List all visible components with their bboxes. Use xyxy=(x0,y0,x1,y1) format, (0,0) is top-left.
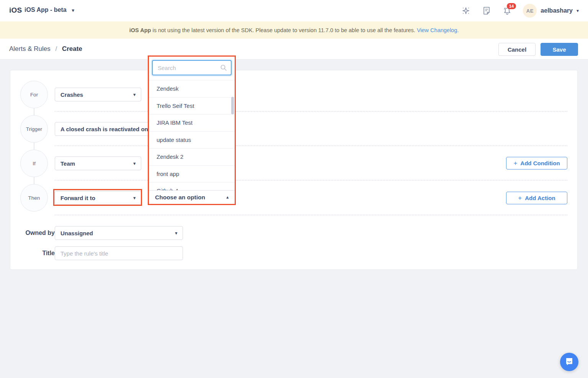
separator-dotted xyxy=(55,145,567,146)
app-logo: iOS xyxy=(9,6,22,15)
dropdown-search-input[interactable] xyxy=(158,65,219,71)
dropdown-scrollbar-thumb[interactable] xyxy=(231,97,234,114)
then-select[interactable]: Forward it to ▾ xyxy=(55,191,141,205)
owned-by-label: Owned by xyxy=(16,230,55,236)
dropdown-option[interactable]: Zendesk xyxy=(149,80,235,98)
dropdown-option[interactable]: Github 4 xyxy=(149,182,235,190)
choose-option-select[interactable]: Choose an option ▴ xyxy=(149,190,235,204)
separator-dotted xyxy=(55,180,567,181)
breadcrumb-divider: / xyxy=(55,45,57,52)
chevron-down-icon: ▾ xyxy=(72,8,74,13)
step-label-for: For xyxy=(30,92,38,98)
user-menu[interactable]: AE aelbashary ▾ xyxy=(523,4,579,18)
dropdown-options-list: ZendeskTrello Seif TestJIRA IBM Testupda… xyxy=(149,80,235,190)
add-condition-label: Add Condition xyxy=(520,160,560,166)
sdk-update-banner: iOS App is not using the latest version … xyxy=(0,21,588,39)
avatar: AE xyxy=(523,4,537,18)
add-condition-button[interactable]: + Add Condition xyxy=(506,157,567,169)
chevron-down-icon: ▾ xyxy=(577,8,579,13)
breadcrumb: Alerts & Rules / Create xyxy=(9,45,82,53)
add-action-button[interactable]: + Add Action xyxy=(506,192,567,204)
breadcrumb-section[interactable]: Alerts & Rules xyxy=(9,45,51,52)
step-label-if: If xyxy=(33,161,36,166)
forward-options-dropdown-panel: ZendeskTrello Seif TestJIRA IBM Testupda… xyxy=(148,55,236,205)
rule-title-input[interactable] xyxy=(55,246,183,260)
page-header: Alerts & Rules / Create Cancel Save xyxy=(0,39,588,60)
save-button[interactable]: Save xyxy=(541,43,578,56)
view-changelog-link[interactable]: View Changelog. xyxy=(417,27,459,33)
nav-icon-group: 14 AE aelbashary ▾ xyxy=(461,0,579,21)
step-connector xyxy=(34,108,34,115)
owned-by-select[interactable]: Unassigned ▾ xyxy=(55,226,183,240)
release-notes-document-icon[interactable] xyxy=(482,6,492,16)
chat-launcher-button[interactable] xyxy=(560,353,578,371)
dropdown-option[interactable]: front app xyxy=(149,166,235,183)
chevron-down-icon: ▾ xyxy=(133,92,136,97)
content-area: For Crashes ▾ Trigger A closed crash is … xyxy=(0,60,588,378)
breadcrumb-page-title: Create xyxy=(62,45,82,52)
dropdown-option[interactable]: JIRA IBM Test xyxy=(149,114,235,132)
app-selector-label: iOS App - beta xyxy=(24,7,67,13)
step-circle-then: Then xyxy=(20,184,48,212)
step-connector xyxy=(34,177,34,184)
plus-icon: + xyxy=(518,194,522,202)
chevron-down-icon: ▾ xyxy=(133,161,136,166)
chevron-down-icon: ▾ xyxy=(133,196,136,200)
dropdown-option[interactable]: Zendesk 2 xyxy=(149,148,235,166)
title-label: Title xyxy=(16,250,55,257)
banner-message: is not using the latest version of the S… xyxy=(152,27,415,33)
if-select[interactable]: Team ▾ xyxy=(55,156,141,170)
app-selector-dropdown[interactable]: iOS App - beta▾ xyxy=(24,7,74,13)
separator-dotted xyxy=(55,111,567,112)
chat-bubble-icon xyxy=(565,357,574,367)
for-select-value: Crashes xyxy=(60,91,83,98)
search-icon xyxy=(220,64,227,71)
add-action-label: Add Action xyxy=(525,195,555,201)
choose-option-value: Choose an option xyxy=(155,194,205,201)
username-label: aelbashary xyxy=(541,7,573,14)
notification-count-badge: 14 xyxy=(507,3,516,9)
step-circle-trigger: Trigger xyxy=(20,115,48,143)
whats-new-sparkle-icon[interactable] xyxy=(461,6,471,16)
then-select-value: Forward it to xyxy=(60,195,95,201)
chevron-down-icon: ▾ xyxy=(175,231,177,236)
rule-builder-card: For Crashes ▾ Trigger A closed crash is … xyxy=(10,70,578,270)
plus-icon: + xyxy=(513,160,517,167)
trigger-select-value: A closed crash is reactivated on a xyxy=(60,126,153,132)
step-circle-for: For xyxy=(20,81,48,108)
step-label-trigger: Trigger xyxy=(26,126,42,132)
for-select[interactable]: Crashes ▾ xyxy=(55,88,141,101)
step-circle-if: If xyxy=(20,150,48,177)
step-label-then: Then xyxy=(28,195,40,201)
dropdown-search-box[interactable] xyxy=(152,60,232,75)
cancel-button[interactable]: Cancel xyxy=(498,43,536,56)
chevron-up-icon: ▴ xyxy=(226,195,229,200)
top-navigation-bar: iOS iOS App - beta▾ xyxy=(0,0,588,21)
step-connector xyxy=(34,143,34,150)
app-page: iOS iOS App - beta▾ xyxy=(0,0,588,378)
notifications-bell-icon[interactable]: 14 xyxy=(502,6,512,16)
owned-by-select-value: Unassigned xyxy=(60,230,93,236)
if-select-value: Team xyxy=(60,160,75,167)
dropdown-option[interactable]: update status xyxy=(149,132,235,149)
separator-dotted xyxy=(55,215,567,215)
dropdown-option[interactable]: Trello Seif Test xyxy=(149,98,235,115)
banner-app-name: iOS App xyxy=(129,27,151,33)
